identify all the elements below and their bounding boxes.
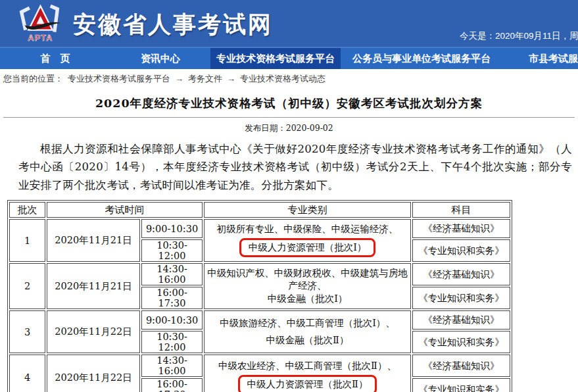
exam-time: 16:00-17:30	[141, 287, 203, 309]
site-header: APTA 安徽省人事考试网 今天是：2020年09月11日，周五	[0, 0, 578, 48]
subject: 《专业知识和实务》	[412, 378, 510, 392]
exam-time: 16:00-17:30	[141, 378, 203, 392]
breadcrumb-arrow-icon: →	[175, 74, 183, 84]
category-line: 初级所有专业、中级保险、中级运输经济、	[217, 223, 398, 236]
batch-number: 4	[9, 355, 45, 392]
table-row: 3 2020年11月22日 9:00-10:30 中级旅游经济、中级工商管理（批…	[9, 310, 510, 330]
category-line-highlighted: 中级人力资源管理（批次Ⅱ）	[238, 375, 377, 392]
subject: 《经济基础知识》	[412, 310, 510, 330]
breadcrumb-prefix: 您当前的位置：	[3, 73, 63, 85]
header-batch: 批次	[9, 202, 45, 218]
nav-item-news-center[interactable]: 资讯中心	[110, 48, 210, 69]
today-date-text: 今天是：2020年09月11日，周五	[460, 30, 578, 42]
subject: 《专业知识和实务》	[412, 239, 510, 262]
batch-number: 3	[9, 310, 45, 353]
batch-number: 1	[9, 219, 45, 262]
category-cell: 中级农业经济、中级工商管理（批次Ⅱ）、 中级人力资源管理（批次Ⅱ）	[204, 355, 411, 392]
breadcrumb: 您当前的位置： 专业技术资格考试服务平台 → 考务文件 → 专业技术资格考试动态	[0, 69, 578, 88]
header-category: 专业类别	[204, 202, 411, 218]
table-row: 1 2020年11月21日 9:00-10:30 初级所有专业、中级保险、中级运…	[9, 219, 510, 238]
subject: 《专业知识和实务》	[412, 331, 510, 353]
page: APTA 安徽省人事考试网 今天是：2020年09月11日，周五 首 页 资讯中…	[0, 0, 578, 392]
exam-time: 14:30-16:00	[141, 263, 203, 285]
breadcrumb-item-exam-documents[interactable]: 考务文件	[188, 73, 222, 85]
article-body: 根据人力资源和社会保障部人事考试中心《关于做好2020年度经济专业技术资格考试考…	[18, 140, 572, 194]
exam-schedule-table: 批次 考试时间 专业类别 科目 1 2020年11月21日 9:00-10:30…	[7, 200, 512, 392]
exam-time: 9:00-10:30	[141, 219, 203, 238]
header-subject: 科目	[412, 202, 510, 218]
exam-date: 2020年11月21日	[47, 263, 140, 309]
breadcrumb-item-exam-news[interactable]: 专业技术资格考试动态	[240, 73, 325, 85]
exam-time: 10:30-12:00	[141, 331, 203, 353]
publish-date: 发布日期：2020-09-02	[0, 123, 578, 134]
apta-logo-icon: APTA	[14, 2, 64, 47]
exam-date: 2020年11月21日	[47, 219, 140, 262]
site-title: 安徽省人事考试网	[73, 9, 273, 40]
nav-item-civil-servant-platform[interactable]: 公务员与事业单位考试服务平台	[341, 48, 502, 69]
category-line: 中级金融（批次Ⅱ）	[266, 334, 349, 347]
subject: 《经济基础知识》	[412, 355, 510, 377]
category-line: 中级旅游经济、中级工商管理（批次Ⅰ）、	[220, 317, 395, 330]
table-header-row: 批次 考试时间 专业类别 科目	[9, 202, 510, 218]
title-divider	[3, 117, 575, 118]
exam-time: 10:30-12:00	[141, 239, 203, 262]
category-cell: 初级所有专业、中级保险、中级运输经济、 中级人力资源管理（批次Ⅰ）	[204, 219, 411, 262]
exam-time: 14:30-16:00	[141, 355, 203, 377]
site-logo-link[interactable]: APTA 安徽省人事考试网	[14, 2, 273, 47]
exam-date: 2020年11月22日	[47, 355, 140, 392]
main-nav: 首 页 资讯中心 专业技术资格考试服务平台 公务员与事业单位考试服务平台 市县考…	[0, 48, 578, 69]
table-row: 4 2020年11月22日 14:30-16:00 中级农业经济、中级工商管理（…	[9, 355, 510, 377]
subject: 《经济基础知识》	[412, 219, 510, 238]
exam-date: 2020年11月22日	[47, 310, 140, 353]
breadcrumb-item-platform[interactable]: 专业技术资格考试服务平台	[68, 73, 170, 85]
table-row: 2 2020年11月21日 14:30-16:00 中级知识产权、中级财政税收、…	[9, 263, 510, 285]
nav-item-city-county-platform[interactable]: 市县考试服务平台	[502, 48, 578, 69]
breadcrumb-arrow-icon: →	[227, 74, 235, 84]
nav-item-home[interactable]: 首 页	[0, 48, 110, 69]
nav-item-professional-exam-platform[interactable]: 专业技术资格考试服务平台	[210, 48, 341, 69]
category-line-highlighted: 中级人力资源管理（批次Ⅰ）	[239, 238, 376, 258]
subject: 《专业知识和实务》	[412, 287, 510, 309]
category-cell: 中级知识产权、中级财政税收、中级建筑与房地产经济、 中级金融（批次Ⅰ）	[204, 263, 411, 309]
category-cell: 中级旅游经济、中级工商管理（批次Ⅰ）、 中级金融（批次Ⅱ）	[204, 310, 411, 353]
exam-time: 9:00-10:30	[141, 310, 203, 330]
category-line: 中级知识产权、中级财政税收、中级建筑与房地产经济、	[206, 267, 408, 293]
header-exam-time: 考试时间	[47, 202, 203, 218]
page-title: 2020年度经济专业技术资格考试（初中级）安徽考区考试批次划分方案	[0, 95, 578, 111]
batch-number: 2	[9, 263, 45, 309]
category-line: 中级金融（批次Ⅰ）	[268, 293, 348, 306]
category-line: 中级农业经济、中级工商管理（批次Ⅱ）、	[218, 360, 397, 373]
subject: 《经济基础知识》	[412, 263, 510, 285]
apta-logo-text: APTA	[28, 34, 53, 43]
